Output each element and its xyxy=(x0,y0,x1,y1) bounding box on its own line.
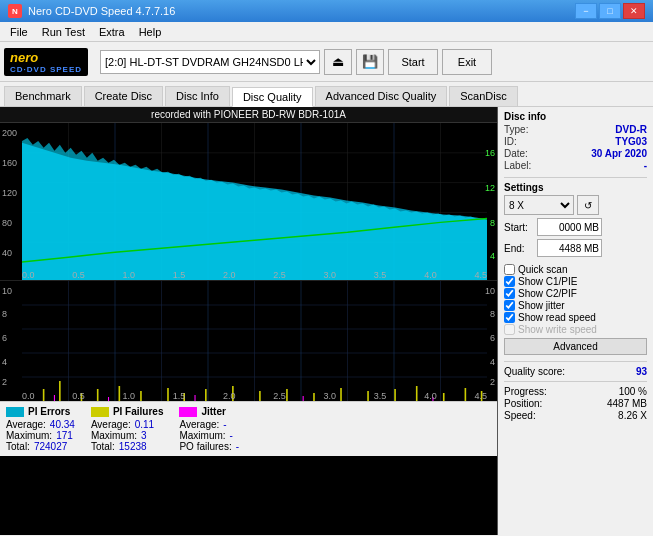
y-bot-2: 2 xyxy=(2,377,7,387)
jitter-avg-label: Average: xyxy=(179,419,219,430)
tab-advanced-disc-quality[interactable]: Advanced Disc Quality xyxy=(315,86,448,106)
settings-section: Settings 8 X 4 X 6 X Max ↺ Start: End: xyxy=(504,182,647,355)
maximize-button[interactable]: □ xyxy=(599,3,621,19)
pi-errors-avg-val: 40.34 xyxy=(50,419,75,430)
pi-failures-color xyxy=(91,407,109,417)
x-labels-top: 0.0 0.5 1.0 1.5 2.0 2.5 3.0 3.5 4.0 4.5 xyxy=(22,270,487,280)
tab-bar: Benchmark Create Disc Disc Info Disc Qua… xyxy=(0,82,653,107)
right-panel: Disc info Type: DVD-R ID: TYG03 Date: 30… xyxy=(498,107,653,535)
start-input[interactable] xyxy=(537,218,602,236)
y-label-40: 40 xyxy=(2,248,12,258)
y-bot-r-8: 8 xyxy=(490,309,495,319)
jitter-title: Jitter xyxy=(201,406,225,417)
end-input[interactable] xyxy=(537,239,602,257)
tab-disc-info[interactable]: Disc Info xyxy=(165,86,230,106)
bottom-chart-svg xyxy=(22,281,487,401)
pi-errors-max-val: 171 xyxy=(56,430,73,441)
quality-score-value: 93 xyxy=(636,366,647,377)
jitter-max-label: Maximum: xyxy=(179,430,225,441)
window-controls: − □ ✕ xyxy=(575,3,645,19)
y-label-80: 80 xyxy=(2,218,12,228)
progress-value: 100 % xyxy=(619,386,647,397)
show-read-label: Show read speed xyxy=(518,312,596,323)
pi-failures-title: PI Failures xyxy=(113,406,164,417)
pi-errors-max-label: Maximum: xyxy=(6,430,52,441)
disc-label-value: - xyxy=(644,160,647,171)
jitter-color xyxy=(179,407,197,417)
date-label: Date: xyxy=(504,148,528,159)
y-label-200: 200 xyxy=(2,128,17,138)
quick-scan-checkbox[interactable] xyxy=(504,264,515,275)
show-read-checkbox[interactable] xyxy=(504,312,515,323)
chart-bottom: 10 8 6 4 2 10 8 6 4 2 xyxy=(0,281,497,401)
jitter-avg-val: - xyxy=(223,419,226,430)
tab-create-disc[interactable]: Create Disc xyxy=(84,86,163,106)
show-c1-checkbox[interactable] xyxy=(504,276,515,287)
pi-errors-total-label: Total: xyxy=(6,441,30,452)
speed-row: Speed: 8.26 X xyxy=(504,410,647,421)
show-jitter-checkbox[interactable] xyxy=(504,300,515,311)
pi-errors-avg-label: Average: xyxy=(6,419,46,430)
chart-title: recorded with PIONEER BD-RW BDR-101A xyxy=(0,107,497,123)
pi-failures-max-label: Maximum: xyxy=(91,430,137,441)
show-c2-checkbox[interactable] xyxy=(504,288,515,299)
speed-result-label: Speed: xyxy=(504,410,536,421)
start-button[interactable]: Start xyxy=(388,49,438,75)
legend-jitter: Jitter Average: - Maximum: - PO failures… xyxy=(179,406,239,452)
pi-failures-max-val: 3 xyxy=(141,430,147,441)
date-value: 30 Apr 2020 xyxy=(591,148,647,159)
close-button[interactable]: ✕ xyxy=(623,3,645,19)
show-c2-label: Show C2/PIF xyxy=(518,288,577,299)
tab-scandisc[interactable]: ScanDisc xyxy=(449,86,517,106)
y-bot-10: 10 xyxy=(2,286,12,296)
y-bot-r-6: 6 xyxy=(490,333,495,343)
top-chart-svg xyxy=(22,123,487,280)
show-c1-label: Show C1/PIE xyxy=(518,276,577,287)
save-icon-button[interactable]: 💾 xyxy=(356,49,384,75)
show-write-checkbox[interactable] xyxy=(504,324,515,335)
legend-area: PI Errors Average: 40.34 Maximum: 171 To… xyxy=(0,401,497,456)
progress-label: Progress: xyxy=(504,386,547,397)
pi-errors-total-val: 724027 xyxy=(34,441,67,452)
menu-help[interactable]: Help xyxy=(133,24,168,40)
y-bot-6: 6 xyxy=(2,333,7,343)
y-bot-4: 4 xyxy=(2,357,7,367)
pi-errors-color xyxy=(6,407,24,417)
logo: nero CD·DVD SPEED xyxy=(4,48,88,76)
menu-run-test[interactable]: Run Test xyxy=(36,24,91,40)
chart-top: 200 160 120 80 40 16 12 8 4 xyxy=(0,123,497,281)
window-title: Nero CD-DVD Speed 4.7.7.16 xyxy=(28,5,175,17)
quality-score-row: Quality score: 93 xyxy=(504,366,647,377)
pi-failures-avg-val: 0.11 xyxy=(135,419,154,430)
jitter-po-val: - xyxy=(236,441,239,452)
position-label: Position: xyxy=(504,398,542,409)
progress-row: Progress: 100 % xyxy=(504,386,647,397)
y-bot-r-4: 4 xyxy=(490,357,495,367)
disc-info-title: Disc info xyxy=(504,111,647,122)
show-write-label: Show write speed xyxy=(518,324,597,335)
menu-file[interactable]: File xyxy=(4,24,34,40)
minimize-button[interactable]: − xyxy=(575,3,597,19)
drive-select[interactable]: [2:0] HL-DT-ST DVDRAM GH24NSD0 LH00 xyxy=(100,50,320,74)
advanced-button[interactable]: Advanced xyxy=(504,338,647,355)
pi-failures-total-label: Total: xyxy=(91,441,115,452)
start-label: Start: xyxy=(504,222,534,233)
app-icon: N xyxy=(8,4,22,18)
tab-disc-quality[interactable]: Disc Quality xyxy=(232,87,313,107)
type-value: DVD-R xyxy=(615,124,647,135)
y-right-4: 4 xyxy=(490,251,495,261)
menu-extra[interactable]: Extra xyxy=(93,24,131,40)
exit-button[interactable]: Exit xyxy=(442,49,492,75)
toolbar: nero CD·DVD SPEED [2:0] HL-DT-ST DVDRAM … xyxy=(0,42,653,82)
speed-select[interactable]: 8 X 4 X 6 X Max xyxy=(504,195,574,215)
pi-errors-title: PI Errors xyxy=(28,406,70,417)
main-content: recorded with PIONEER BD-RW BDR-101A 200… xyxy=(0,107,653,535)
type-label: Type: xyxy=(504,124,528,135)
id-label: ID: xyxy=(504,136,517,147)
eject-icon-button[interactable]: ⏏ xyxy=(324,49,352,75)
y-label-160: 160 xyxy=(2,158,17,168)
tab-benchmark[interactable]: Benchmark xyxy=(4,86,82,106)
jitter-po-label: PO failures: xyxy=(179,441,231,452)
y-label-120: 120 xyxy=(2,188,17,198)
speed-refresh-button[interactable]: ↺ xyxy=(577,195,599,215)
